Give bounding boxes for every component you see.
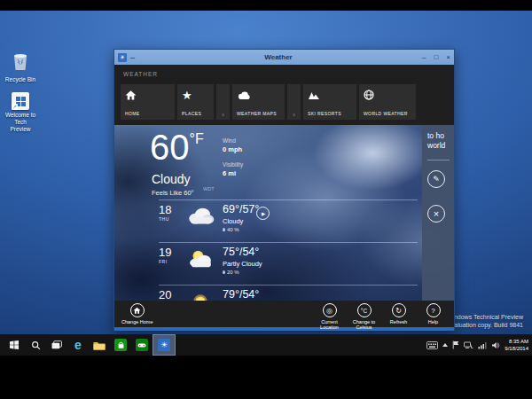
x-icon: × — [434, 208, 439, 219]
change-to-celsius-button[interactable]: °C Change to Celsius — [347, 303, 381, 331]
home-icon — [125, 88, 170, 102]
menu-tile-world-weather[interactable]: WORLD WEATHER — [359, 84, 416, 120]
clock-time: 8:35 AM — [505, 338, 528, 345]
minimize-button[interactable]: – — [422, 54, 426, 61]
refresh-button[interactable]: ↻ Refresh — [381, 303, 416, 331]
desktop-icon-recycle-bin[interactable]: Recycle Bin — [4, 51, 37, 83]
play-icon: ▶ — [262, 211, 265, 216]
desktop-icon-label: Recycle Bin — [4, 76, 37, 83]
help-icon: ? — [426, 303, 441, 317]
remove-button[interactable]: × — [427, 205, 445, 223]
action-center-flag-icon[interactable] — [452, 340, 459, 349]
forecast-list: 18 THU 69°/57° Cloudy — [159, 200, 418, 301]
internet-explorer-icon: e — [74, 338, 82, 352]
temperature-unit: °F — [190, 131, 204, 146]
signal-strength-icon[interactable] — [478, 341, 487, 349]
menu-tile-weather-maps[interactable]: WEATHER MAPS — [232, 84, 285, 120]
partly-cloudy-icon — [185, 248, 217, 271]
forecast-row[interactable]: 19 FRI 75°/54° Part — [159, 242, 418, 285]
desktop-icon-label: Welcome to Tech Preview — [4, 112, 37, 132]
weather-app-icon: ☀ — [118, 53, 127, 62]
touch-keyboard-icon[interactable] — [426, 341, 438, 349]
feels-like: Feels Like 60° — [152, 189, 194, 197]
shortcut-arrow-icon: ↗ — [12, 104, 18, 110]
xbox-icon — [136, 339, 148, 351]
internet-explorer-button[interactable]: e — [67, 334, 89, 356]
desktop-icon-welcome-tech-preview[interactable]: ↗ Welcome to Tech Preview — [4, 92, 37, 132]
windows-logo-icon — [9, 340, 20, 350]
current-condition: Cloudy — [152, 172, 191, 186]
wind-stat: Wind 0 mph — [223, 137, 242, 153]
xbox-button[interactable] — [131, 334, 153, 356]
current-temperature: 60°F — [150, 129, 204, 165]
recycle-bin-icon — [12, 51, 28, 71]
task-view-button[interactable] — [46, 334, 67, 356]
folder-icon — [93, 340, 106, 350]
forecast-row[interactable]: 20 79°/54° Mostly Clear — [159, 285, 418, 301]
close-button[interactable]: × — [446, 54, 450, 61]
store-icon — [114, 339, 127, 351]
start-button[interactable] — [4, 334, 25, 356]
location-icon: ◎ — [323, 303, 337, 317]
weather-hero-image: 60°F Cloudy Feels Like 60° Wind 0 mph Vi… — [114, 125, 454, 301]
network-icon[interactable] — [464, 341, 473, 349]
search-icon — [31, 340, 41, 350]
search-button[interactable] — [25, 334, 46, 356]
screen: Recycle Bin ↗ Welcome to Tech Preview Wi… — [0, 0, 532, 399]
weather-window: ☀ – Weather – □ × WEATHER HOME ★ P — [113, 49, 455, 331]
task-view-icon — [51, 340, 62, 349]
file-explorer-button[interactable] — [89, 334, 110, 356]
pencil-icon: ✎ — [433, 175, 440, 184]
visibility-stat: Visibility 6 mi — [223, 161, 243, 177]
places-dropdown-chevron-icon[interactable]: ∨ — [216, 84, 230, 120]
app-command-bar: Change Home ◎ Current Location °C Change… — [114, 301, 454, 327]
evaluation-watermark: Windows Technical Preview Evaluation cop… — [447, 313, 523, 330]
app-menu-header: WEATHER — [123, 71, 158, 77]
cloudy-icon — [185, 206, 217, 229]
menu-tile-places[interactable]: ★ PLACES — [177, 84, 214, 120]
help-button[interactable]: ? Help — [416, 303, 450, 331]
star-icon: ★ — [182, 88, 209, 102]
weather-maps-dropdown-chevron-icon[interactable]: ∨ — [287, 84, 301, 120]
app-menu-bar: WEATHER HOME ★ PLACES ∨ — [114, 65, 454, 125]
show-hidden-icons-chevron-icon[interactable] — [442, 343, 448, 347]
menu-tile-home[interactable]: HOME — [121, 84, 175, 120]
edit-button[interactable]: ✎ — [427, 170, 445, 188]
weather-app-icon: ☀ — [158, 339, 170, 351]
play-forecast-button[interactable]: ▶ — [256, 207, 270, 220]
taskbar: e ☀ — [0, 334, 532, 356]
menu-tile-ski-resorts[interactable]: SKI RESORTS — [303, 84, 356, 120]
cloud-icon — [237, 88, 280, 102]
change-home-button[interactable]: Change Home — [121, 303, 153, 325]
precipitation-drop-icon — [223, 270, 225, 274]
celsius-icon: °C — [357, 303, 372, 317]
system-tray: 8:35 AM 9/18/2014 — [426, 338, 532, 352]
windows-shortcut-icon: ↗ — [12, 92, 29, 110]
data-provider-attribution: WDT — [203, 186, 215, 192]
globe-icon — [364, 88, 411, 102]
sunny-icon — [185, 291, 217, 301]
store-button[interactable] — [110, 334, 131, 356]
precipitation-drop-icon — [223, 228, 225, 231]
taskbar-clock[interactable]: 8:35 AM 9/18/2014 — [505, 338, 528, 352]
volume-icon[interactable] — [491, 341, 500, 349]
taskbar-weather-app-active[interactable]: ☀ — [153, 334, 176, 356]
mountains-icon — [308, 88, 352, 102]
window-titlebar[interactable]: ☀ – Weather – □ × — [114, 50, 454, 65]
home-circle-icon — [130, 303, 145, 317]
panel-divider — [427, 160, 450, 160]
clock-date: 9/18/2014 — [505, 345, 528, 352]
maximize-button[interactable]: □ — [434, 54, 438, 61]
forecast-row[interactable]: 18 THU 69°/57° Cloudy — [159, 200, 418, 242]
refresh-icon: ↻ — [392, 303, 406, 317]
window-title: Weather — [135, 53, 422, 61]
side-panel: to ho world ✎ × — [422, 125, 454, 301]
current-location-button[interactable]: ◎ Current Location — [312, 303, 347, 331]
